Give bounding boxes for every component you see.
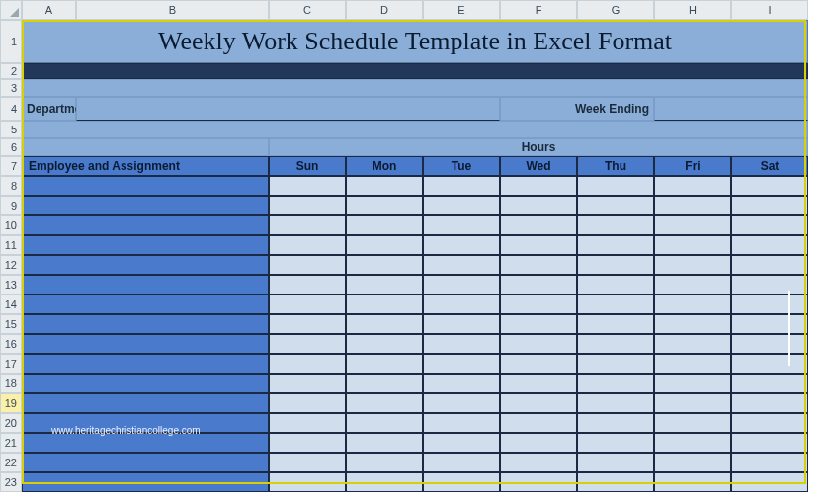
hours-cell-10-Sat[interactable]: [731, 215, 808, 235]
hours-cell-13-Mon[interactable]: [346, 275, 423, 294]
employee-cell-18[interactable]: [22, 374, 269, 393]
employee-header[interactable]: Employee and Assignment: [22, 156, 269, 176]
hours-cell-19-Fri[interactable]: [654, 393, 731, 413]
header-spacer-5[interactable]: [22, 121, 808, 138]
dark-bar[interactable]: [22, 63, 808, 79]
hours-cell-22-Fri[interactable]: [654, 453, 731, 472]
employee-cell-14[interactable]: [22, 294, 269, 314]
hours-cell-21-Wed[interactable]: [500, 433, 577, 453]
col-header-I[interactable]: I: [731, 0, 808, 20]
hours-cell-12-Mon[interactable]: [346, 255, 423, 275]
hours-cell-10-Sun[interactable]: [269, 215, 346, 235]
hours-cell-20-Sun[interactable]: [269, 413, 346, 433]
employee-cell-12[interactable]: [22, 255, 269, 275]
row-header-10[interactable]: 10: [0, 215, 22, 235]
hours-cell-11-Thu[interactable]: [577, 235, 654, 255]
week-ending-input[interactable]: [654, 97, 808, 121]
hours-cell-11-Sat[interactable]: [731, 235, 808, 255]
hours-cell-17-Fri[interactable]: [654, 354, 731, 374]
employee-cell-17[interactable]: [22, 354, 269, 374]
row-header-13[interactable]: 13: [0, 275, 22, 294]
hours-cell-18-Thu[interactable]: [577, 374, 654, 393]
row-header-20[interactable]: 20: [0, 413, 22, 433]
hours-cell-8-Mon[interactable]: [346, 176, 423, 196]
hours-cell-18-Sun[interactable]: [269, 374, 346, 393]
hours-cell-22-Mon[interactable]: [346, 453, 423, 472]
hours-cell-14-Sat[interactable]: [731, 294, 808, 314]
hours-cell-15-Thu[interactable]: [577, 314, 654, 334]
hours-cell-23-Sun[interactable]: [269, 472, 346, 492]
hours-cell-23-Mon[interactable]: [346, 472, 423, 492]
hours-cell-22-Wed[interactable]: [500, 453, 577, 472]
col-header-D[interactable]: D: [346, 0, 423, 20]
hours-cell-8-Sun[interactable]: [269, 176, 346, 196]
employee-cell-20[interactable]: [22, 413, 269, 433]
col-header-E[interactable]: E: [423, 0, 500, 20]
hours-cell-21-Tue[interactable]: [423, 433, 500, 453]
hours-cell-12-Thu[interactable]: [577, 255, 654, 275]
hours-cell-10-Wed[interactable]: [500, 215, 577, 235]
hours-cell-22-Tue[interactable]: [423, 453, 500, 472]
hours-cell-12-Fri[interactable]: [654, 255, 731, 275]
hours-cell-23-Fri[interactable]: [654, 472, 731, 492]
hours-cell-20-Tue[interactable]: [423, 413, 500, 433]
hours-cell-21-Thu[interactable]: [577, 433, 654, 453]
hours-cell-12-Tue[interactable]: [423, 255, 500, 275]
hours-cell-18-Fri[interactable]: [654, 374, 731, 393]
hours-cell-22-Thu[interactable]: [577, 453, 654, 472]
hours-cell-10-Mon[interactable]: [346, 215, 423, 235]
hours-cell-20-Thu[interactable]: [577, 413, 654, 433]
col-header-F[interactable]: F: [500, 0, 577, 20]
day-header-sat[interactable]: Sat: [731, 156, 808, 176]
row-header-23[interactable]: 23: [0, 472, 22, 492]
hours-cell-19-Thu[interactable]: [577, 393, 654, 413]
employee-cell-16[interactable]: [22, 334, 269, 354]
col-header-G[interactable]: G: [577, 0, 654, 20]
row-header-9[interactable]: 9: [0, 196, 22, 215]
hours-cell-8-Fri[interactable]: [654, 176, 731, 196]
hours-cell-23-Tue[interactable]: [423, 472, 500, 492]
col-header-A[interactable]: A: [22, 0, 76, 20]
row-header-12[interactable]: 12: [0, 255, 22, 275]
employee-cell-15[interactable]: [22, 314, 269, 334]
hours-cell-20-Fri[interactable]: [654, 413, 731, 433]
row-header-2[interactable]: 2: [0, 63, 22, 79]
hours-cell-9-Sat[interactable]: [731, 196, 808, 215]
hours-cell-15-Tue[interactable]: [423, 314, 500, 334]
employee-cell-9[interactable]: [22, 196, 269, 215]
hours-cell-21-Fri[interactable]: [654, 433, 731, 453]
hours-cell-15-Mon[interactable]: [346, 314, 423, 334]
day-header-wed[interactable]: Wed: [500, 156, 577, 176]
day-header-thu[interactable]: Thu: [577, 156, 654, 176]
hours-cell-19-Sun[interactable]: [269, 393, 346, 413]
select-all-corner[interactable]: [0, 0, 22, 20]
hours-cell-8-Sat[interactable]: [731, 176, 808, 196]
hours-cell-14-Fri[interactable]: [654, 294, 731, 314]
hours-cell-21-Sat[interactable]: [731, 433, 808, 453]
hours-cell-23-Thu[interactable]: [577, 472, 654, 492]
employee-cell-10[interactable]: [22, 215, 269, 235]
row-header-6[interactable]: 6: [0, 138, 22, 156]
row-header-17[interactable]: 17: [0, 354, 22, 374]
hours-cell-15-Wed[interactable]: [500, 314, 577, 334]
hours-cell-17-Mon[interactable]: [346, 354, 423, 374]
employee-cell-22[interactable]: [22, 453, 269, 472]
employee-cell-21[interactable]: [22, 433, 269, 453]
row-header-3[interactable]: 3: [0, 79, 22, 97]
sheet-title[interactable]: Weekly Work Schedule Template in Excel F…: [22, 20, 808, 63]
hours-cell-19-Tue[interactable]: [423, 393, 500, 413]
hours-cell-8-Wed[interactable]: [500, 176, 577, 196]
hours-cell-14-Tue[interactable]: [423, 294, 500, 314]
hours-cell-8-Tue[interactable]: [423, 176, 500, 196]
hours-cell-13-Sun[interactable]: [269, 275, 346, 294]
hours-cell-14-Wed[interactable]: [500, 294, 577, 314]
hours-cell-16-Sat[interactable]: [731, 334, 808, 354]
employee-cell-23[interactable]: [22, 472, 269, 492]
header-spacer-3[interactable]: [22, 79, 808, 97]
hours-cell-16-Sun[interactable]: [269, 334, 346, 354]
hours-cell-19-Wed[interactable]: [500, 393, 577, 413]
hours-cell-21-Mon[interactable]: [346, 433, 423, 453]
hours-cell-14-Sun[interactable]: [269, 294, 346, 314]
col-header-H[interactable]: H: [654, 0, 731, 20]
hours-cell-10-Fri[interactable]: [654, 215, 731, 235]
